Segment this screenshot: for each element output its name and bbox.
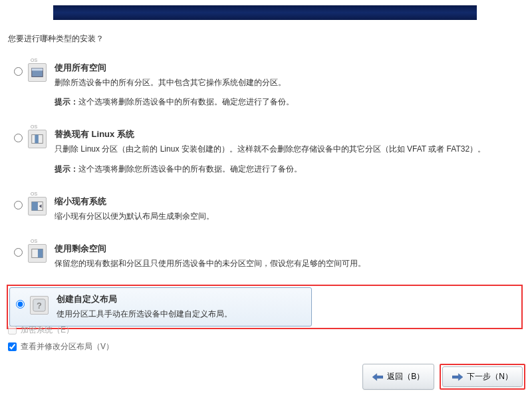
radio-shrink[interactable]: [14, 201, 23, 209]
arrow-left-icon: [372, 373, 383, 381]
encrypt-row[interactable]: 加密系统（E）: [8, 325, 114, 336]
svg-rect-3: [35, 135, 39, 144]
opt-desc: 只删除 Linux 分区（由之前的 Linux 安装创建的）。这样就不会删除您存…: [55, 143, 524, 156]
disk-all-icon: [28, 63, 47, 82]
bottom-checkboxes: 加密系统（E） 查看并修改分区布局（V）: [8, 325, 114, 358]
radio-use-all-space[interactable]: [14, 67, 23, 76]
radio-replace-linux[interactable]: [14, 134, 23, 142]
radio-free-space[interactable]: [14, 248, 23, 257]
header-band: [53, 5, 477, 20]
next-button-highlight: 下一步（N）: [440, 364, 525, 390]
opt-title: 使用剩余空间: [55, 243, 524, 255]
install-type-question: 您要进行哪种类型的安装？: [8, 33, 524, 45]
review-row[interactable]: 查看并修改分区布局（V）: [8, 341, 114, 352]
review-label: 查看并修改分区布局（V）: [21, 341, 114, 352]
opt-hint: 提示：这个选项将删除您所选设备中的所有数据。确定您进行了备份。: [55, 163, 524, 176]
installer-container: 您要进行哪种类型的安装？ 使用所有空间 删除所选设备中的所有分区。其中包含其它操…: [0, 0, 532, 329]
option-custom-highlight: ? 创建自定义布局 使用分区工具手动在所选设备中创建自定义布局。: [7, 285, 523, 329]
option-custom-layout[interactable]: ? 创建自定义布局 使用分区工具手动在所选设备中创建自定义布局。: [9, 287, 312, 327]
option-replace-linux[interactable]: 替换现有 Linux 系统 只删除 Linux 分区（由之前的 Linux 安装…: [8, 123, 524, 178]
opt-desc: 删除所选设备中的所有分区。其中包含其它操作系统创建的分区。: [55, 76, 524, 89]
next-button[interactable]: 下一步（N）: [442, 366, 523, 387]
radio-custom-layout[interactable]: [16, 300, 25, 309]
disk-replace-icon: [28, 130, 47, 148]
opt-title: 创建自定义布局: [57, 293, 309, 305]
next-label: 下一步（N）: [467, 371, 513, 382]
back-label: 返回（B）: [387, 371, 424, 382]
arrow-right-icon: [452, 373, 463, 381]
encrypt-label: 加密系统（E）: [21, 325, 74, 336]
opt-title: 缩小现有系统: [55, 196, 524, 207]
review-checkbox[interactable]: [8, 342, 17, 351]
opt-hint: 提示：这个选项将删除所选设备中的所有数据。确定您进行了备份。: [55, 96, 524, 108]
disk-shrink-icon: [28, 197, 47, 215]
opt-desc: 保留您的现有数据和分区且只使用所选设备中的未分区空间，假设您有足够的空间可用。: [55, 257, 524, 270]
opt-desc: 缩小现有分区以便为默认布局生成剩余空间。: [55, 210, 524, 223]
option-use-all-space[interactable]: 使用所有空间 删除所选设备中的所有分区。其中包含其它操作系统创建的分区。 提示：…: [8, 57, 524, 111]
svg-rect-7: [38, 249, 43, 258]
option-shrink[interactable]: 缩小现有系统 缩小现有分区以便为默认布局生成剩余空间。: [8, 190, 524, 225]
encrypt-checkbox: [8, 326, 17, 334]
opt-title: 使用所有空间: [55, 62, 524, 74]
svg-text:?: ?: [37, 301, 42, 311]
option-free-space[interactable]: 使用剩余空间 保留您的现有数据和分区且只使用所选设备中的未分区空间，假设您有足够…: [8, 237, 524, 273]
opt-title: 替换现有 Linux 系统: [55, 128, 524, 140]
back-button[interactable]: 返回（B）: [362, 364, 434, 390]
opt-desc: 使用分区工具手动在所选设备中创建自定义布局。: [57, 308, 309, 321]
question-icon: ?: [30, 296, 49, 315]
svg-rect-5: [32, 201, 38, 210]
nav-buttons: 返回（B） 下一步（N）: [362, 364, 525, 390]
svg-rect-1: [32, 68, 43, 71]
disk-free-icon: [28, 244, 47, 263]
